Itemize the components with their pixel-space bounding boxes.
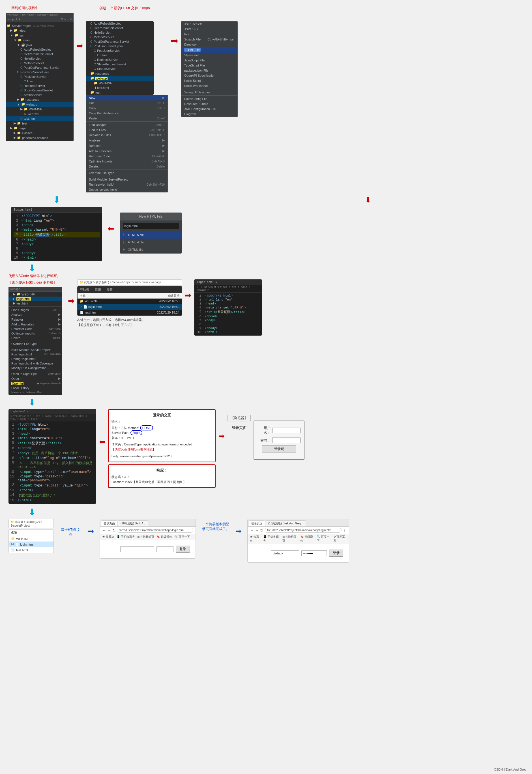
- ide2-cm-build[interactable]: Build Module 'ServletProject': [10, 348, 61, 352]
- tree-main[interactable]: ▼📁main: [6, 38, 74, 42]
- bp-username-input[interactable]: [272, 428, 301, 433]
- tree-showreq[interactable]: C ShowRequestServlet: [6, 88, 74, 93]
- tree-test[interactable]: ▶📁 test: [6, 121, 74, 126]
- bw1-password[interactable]: [156, 546, 173, 552]
- ide2-cm-override[interactable]: Override File Type: [10, 342, 61, 346]
- ide2-loginhtml[interactable]: H login.html: [8, 297, 62, 301]
- menu-find-usages[interactable]: Find UsagesAlt+F7: [86, 122, 168, 127]
- tree-status[interactable]: C StatusServlet: [6, 93, 74, 97]
- bw1-back[interactable]: ←: [102, 528, 106, 533]
- menu-optimize[interactable]: Optimize ImportsCtrl+Alt+O: [86, 159, 168, 164]
- sec5-loginhtml[interactable]: ☑ 📄 login.html: [9, 542, 53, 547]
- submenu-editorconfig[interactable]: EditorConfig File: [181, 96, 237, 101]
- new-html-dialog[interactable]: New HTML File H HTML 5 file H HTML 4 fil…: [120, 213, 182, 254]
- ide2-cm-reformat[interactable]: Reformat CodeCtrl+Alt+L: [10, 327, 61, 331]
- cm-getparam[interactable]: C GetParameterServlet: [86, 26, 154, 30]
- tree-classes[interactable]: ▶📁 classes: [6, 130, 74, 135]
- cm-resources[interactable]: 📁 resources: [86, 71, 154, 76]
- tree-webxml[interactable]: ⚙ web.xml: [6, 112, 74, 116]
- menu-paste[interactable]: PasteCtrl+V: [86, 116, 168, 121]
- ide2-cm-open-in[interactable]: Open in▶: [10, 376, 61, 381]
- ide2-cm-refactor[interactable]: Refactor▶: [10, 317, 61, 322]
- sec5-testhtml[interactable]: 📄test.html: [9, 547, 53, 553]
- bw1-url[interactable]: file:///G:/ServeletProject/src/main/weba…: [117, 528, 193, 533]
- tree-redirect[interactable]: C RedirectServlet: [6, 83, 74, 88]
- tree-webinf[interactable]: ▶📁 WEB-INF: [6, 107, 74, 112]
- bw2-username[interactable]: [271, 550, 299, 556]
- cm-redirect[interactable]: C RedirectServlet: [86, 57, 154, 62]
- ide2-cm-delete[interactable]: DeleteDelete: [10, 336, 61, 340]
- fm-row-testhtml[interactable]: 📄 test.html 2022/5/29 18:24: [78, 310, 182, 316]
- bw2-refresh[interactable]: ↻: [260, 528, 263, 533]
- menu-analyze[interactable]: Analyze▶: [86, 138, 168, 143]
- tree-servletproject[interactable]: 📁 ServletProject G:/ServeletProject: [6, 23, 74, 28]
- bw1-tab-dark[interactable]: (16高清版) Dark A...: [118, 520, 148, 526]
- menu-delete[interactable]: Delete...Delete: [86, 164, 168, 169]
- dialog-input[interactable]: [122, 223, 179, 229]
- tree-testhtml[interactable]: H test.html: [6, 116, 74, 121]
- cm-user[interactable]: C User: [86, 53, 154, 57]
- bw1-tab-login[interactable]: 登录页面: [101, 520, 117, 526]
- ide2-cm-local-history2[interactable]: Local History: [10, 386, 61, 390]
- submenu-jsf[interactable]: JSF/Facelets: [181, 22, 237, 27]
- tree-generated[interactable]: ▶📁 generated-sources: [6, 135, 74, 140]
- cm-method[interactable]: C MethodServlet: [86, 35, 154, 39]
- submenu-pkg[interactable]: package.json File: [181, 68, 237, 73]
- cm-test[interactable]: 📁 test: [86, 90, 154, 95]
- menu-debug[interactable]: Debug 'servlet_hello': [86, 187, 168, 192]
- menu-replace[interactable]: Replace in Files...Ctrl+Shift+R: [86, 132, 168, 138]
- cm-autorefresh[interactable]: C AutoRefreshServlet: [86, 21, 154, 26]
- menu-run[interactable]: Run 'servlet_hello'Ctrl+Shift+F10: [86, 182, 168, 187]
- cm-webinf[interactable]: 📁 WEB-INF: [86, 81, 154, 85]
- bw2-tab-dark[interactable]: (16高清版) Dark And Grey...: [266, 520, 306, 526]
- submenu-scratch[interactable]: Scratch File Ctrl+Alt+Shift+Inser: [181, 37, 237, 42]
- cm-showreq[interactable]: C ShowRequestServlet: [86, 62, 154, 67]
- cm-postjson[interactable]: C PostJsonServlet.java: [86, 44, 154, 48]
- bw1-login-btn[interactable]: 登录: [176, 546, 190, 553]
- submenu-file[interactable]: File: [181, 32, 237, 37]
- submenu-kotlin-script[interactable]: Kotlin Script: [181, 78, 237, 83]
- tree-postjson[interactable]: C PostJsonServlet: [6, 74, 74, 79]
- dialog-html5[interactable]: H HTML 5 file: [120, 231, 182, 239]
- submenu-jsp[interactable]: JSP/JSPX: [181, 27, 237, 32]
- ide2-cm-find-usages[interactable]: Find UsagesAlt+F7: [10, 308, 61, 312]
- menu-cut[interactable]: CutCtrl+X: [86, 100, 168, 106]
- submenu-swing[interactable]: Swing UI Designer: [181, 90, 237, 95]
- sec5-webinf[interactable]: 📁WEB-INF: [9, 536, 53, 542]
- bw2-tab-login[interactable]: 登录页面: [249, 520, 265, 526]
- ide2-cm-run-login[interactable]: Run 'login.html'Ctrl+Shift+F10: [10, 352, 61, 357]
- menu-override[interactable]: Override File Type: [86, 170, 168, 175]
- ide2-cm-analyze[interactable]: Analyze▶: [10, 312, 61, 317]
- tree-idea[interactable]: ▶📁.idea: [6, 28, 74, 33]
- cm-statusservlet[interactable]: C StatusServlet: [86, 67, 154, 71]
- cm-testhtml[interactable]: H test.html: [86, 85, 154, 90]
- bw2-back[interactable]: ←: [250, 528, 254, 533]
- bw2-password[interactable]: [301, 550, 327, 556]
- tree-postget[interactable]: C PostGetParameterServlet: [6, 65, 74, 70]
- bw2-login-btn[interactable]: 登录: [329, 550, 343, 557]
- bp-login-btn[interactable]: 登录键: [262, 445, 296, 453]
- tree-getparam[interactable]: C GetParameterServlet: [6, 52, 74, 56]
- menu-find-files[interactable]: Find in Files...Ctrl+Shift+F: [86, 127, 168, 132]
- tree-hello[interactable]: C HelloServlet: [6, 56, 74, 61]
- ide2-cm-run-coverage[interactable]: Run 'login.html' with Coverage: [10, 361, 61, 366]
- submenu-kotlin-ws[interactable]: Kotlin Worksheet: [181, 83, 237, 88]
- submenu-js[interactable]: JavaScript File: [181, 58, 237, 63]
- tree-target[interactable]: ▶📁 target: [6, 126, 74, 130]
- menu-refactor[interactable]: Refactor▶: [86, 143, 168, 148]
- tree-webapp[interactable]: ▼📁 webapp: [6, 102, 74, 107]
- bw2-forward[interactable]: →: [255, 528, 259, 533]
- submenu-resource-bundle[interactable]: Resource Bundle: [181, 101, 237, 106]
- context-menu[interactable]: New ▶ CutCtrl+X CopyCtrl+C Copy Path/Ref…: [86, 95, 168, 192]
- tree-postjson-java[interactable]: C PostJsonServlet.java: [6, 70, 74, 74]
- menu-build[interactable]: Build Module 'ServletProject': [86, 177, 168, 182]
- ide2-testhtml[interactable]: H test.html: [8, 301, 62, 306]
- menu-reformat[interactable]: Reformat CodeCtrl+Alt+L: [86, 154, 168, 159]
- cm-postgetparam[interactable]: C PostGetParameterServlet: [86, 39, 154, 44]
- submenu-xml-config[interactable]: XML Configuration File: [181, 106, 237, 112]
- submenu-html-file[interactable]: HTML File: [181, 47, 237, 53]
- cm-hello[interactable]: C HelloServlet: [86, 30, 154, 35]
- ide2-cm-open-right[interactable]: Open in Right SplitShift+Enter: [10, 372, 61, 376]
- tree-src[interactable]: ▼📁src: [6, 33, 74, 38]
- menu-copy[interactable]: CopyCtrl+C: [86, 106, 168, 111]
